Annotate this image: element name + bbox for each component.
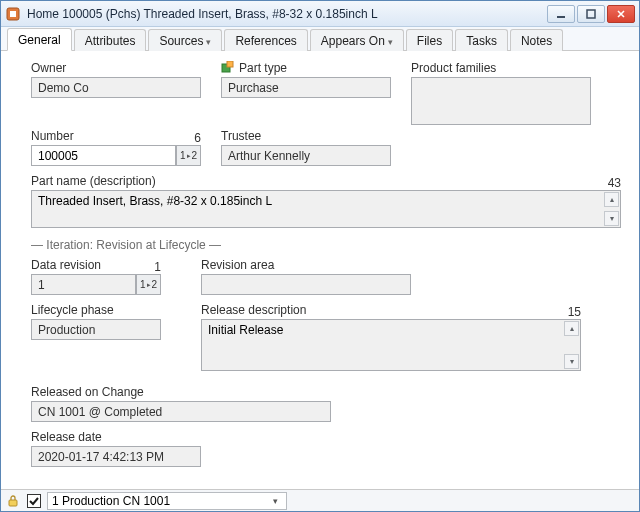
release-date-label: Release date (31, 430, 201, 444)
scrollbar[interactable]: ▴ ▾ (604, 192, 619, 226)
trustee-field[interactable]: Arthur Kennelly (221, 145, 391, 166)
number-field[interactable]: 100005 (31, 145, 176, 166)
window-title: Home 100005 (Pchs) Threaded Insert, Bras… (27, 7, 547, 21)
number-count: 6 (194, 131, 201, 145)
tab-references[interactable]: References (224, 29, 307, 51)
status-bar: 1 Production CN 1001 ▾ (1, 489, 639, 511)
released-on-change-label: Released on Change (31, 385, 331, 399)
iteration-section-label: — Iteration: Revision at Lifecycle — (31, 238, 621, 252)
part-name-field[interactable]: Threaded Insert, Brass, #8-32 x 0.185inc… (31, 190, 621, 228)
titlebar: Home 100005 (Pchs) Threaded Insert, Bras… (1, 1, 639, 27)
tab-notes[interactable]: Notes (510, 29, 563, 51)
part-type-field[interactable]: Purchase (221, 77, 391, 98)
dropdown-icon: ▾ (388, 37, 393, 47)
maximize-button[interactable] (577, 5, 605, 23)
product-families-field[interactable] (411, 77, 591, 125)
release-date-field[interactable]: 2020-01-17 4:42:13 PM (31, 446, 201, 467)
part-name-count: 43 (608, 176, 621, 190)
number-label: Number (31, 129, 74, 143)
data-revision-label: Data revision (31, 258, 101, 272)
part-name-label: Part name (description) (31, 174, 156, 188)
trustee-label: Trustee (221, 129, 391, 143)
tab-sources-label: Sources (159, 34, 203, 48)
chevron-down-icon: ▾ (268, 496, 282, 506)
status-dropdown-value: 1 Production CN 1001 (52, 494, 170, 508)
tab-files[interactable]: Files (406, 29, 453, 51)
tab-appears-on[interactable]: Appears On▾ (310, 29, 404, 51)
scrollbar[interactable]: ▴ ▾ (564, 321, 579, 369)
dropdown-icon: ▾ (206, 37, 211, 47)
scroll-up-icon[interactable]: ▴ (564, 321, 579, 336)
number-swap-button[interactable]: 1▸2 (176, 145, 201, 166)
tab-attributes[interactable]: Attributes (74, 29, 147, 51)
window-buttons (547, 5, 635, 23)
close-button[interactable] (607, 5, 635, 23)
svg-rect-6 (9, 500, 17, 506)
lifecycle-phase-label: Lifecycle phase (31, 303, 161, 317)
owner-label: Owner (31, 61, 201, 75)
release-description-count: 15 (568, 305, 581, 319)
tab-bar: General Attributes Sources▾ References A… (1, 27, 639, 51)
part-type-icon (221, 61, 235, 75)
scroll-down-icon[interactable]: ▾ (564, 354, 579, 369)
release-description-value: Initial Release (208, 323, 283, 337)
status-dropdown[interactable]: 1 Production CN 1001 ▾ (47, 492, 287, 510)
scroll-up-icon[interactable]: ▴ (604, 192, 619, 207)
content-panel: Owner Demo Co Part type Purchase Product… (1, 51, 639, 489)
lock-icon (5, 493, 21, 509)
tab-tasks[interactable]: Tasks (455, 29, 508, 51)
part-type-label-text: Part type (239, 61, 287, 75)
part-type-label: Part type (221, 61, 391, 75)
release-description-field[interactable]: Initial Release ▴ ▾ (201, 319, 581, 371)
status-checkbox[interactable] (27, 494, 41, 508)
product-families-label: Product families (411, 61, 591, 75)
svg-rect-5 (227, 61, 233, 67)
app-window: Home 100005 (Pchs) Threaded Insert, Bras… (0, 0, 640, 512)
released-on-change-field[interactable]: CN 1001 @ Completed (31, 401, 331, 422)
tab-general[interactable]: General (7, 28, 72, 51)
scroll-down-icon[interactable]: ▾ (604, 211, 619, 226)
svg-rect-3 (587, 10, 595, 18)
part-name-value: Threaded Insert, Brass, #8-32 x 0.185inc… (38, 194, 272, 208)
data-revision-field[interactable]: 1 (31, 274, 136, 295)
svg-rect-2 (557, 16, 565, 18)
app-icon (5, 6, 21, 22)
release-description-label: Release description (201, 303, 306, 317)
data-revision-count: 1 (154, 260, 161, 274)
revision-swap-button[interactable]: 1▸2 (136, 274, 161, 295)
lifecycle-phase-field[interactable]: Production (31, 319, 161, 340)
revision-area-label: Revision area (201, 258, 411, 272)
minimize-button[interactable] (547, 5, 575, 23)
revision-area-field[interactable] (201, 274, 411, 295)
owner-field[interactable]: Demo Co (31, 77, 201, 98)
tab-sources[interactable]: Sources▾ (148, 29, 222, 51)
svg-rect-1 (10, 11, 16, 17)
tab-appearson-label: Appears On (321, 34, 385, 48)
